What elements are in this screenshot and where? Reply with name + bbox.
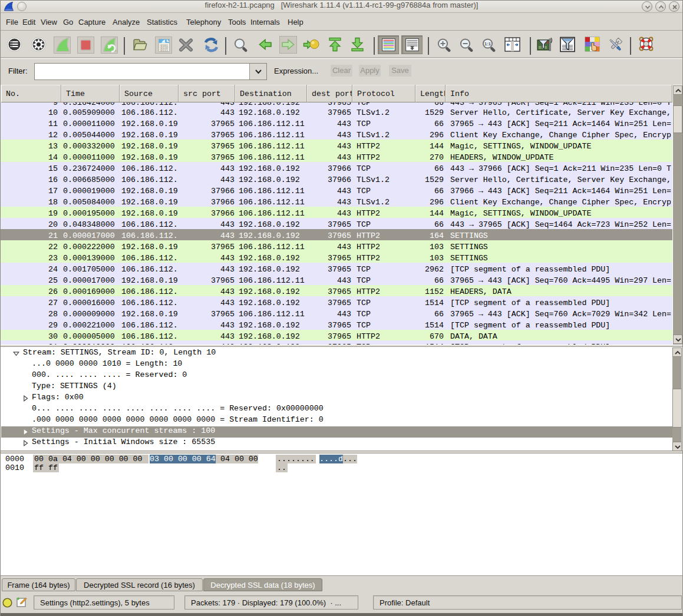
svg-text:0111: 0111 [160,49,168,52]
svg-text:1:1: 1:1 [484,41,491,47]
